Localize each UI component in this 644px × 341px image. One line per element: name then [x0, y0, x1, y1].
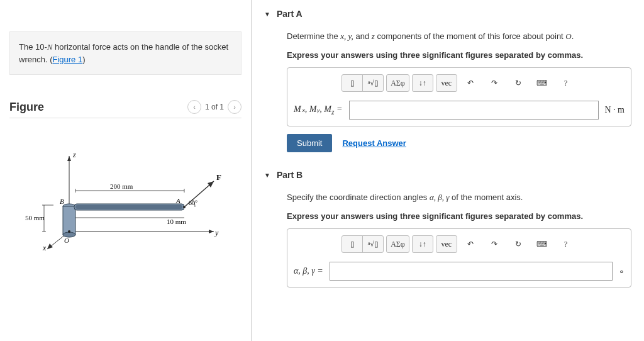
part-b-prompt: Specify the coordinate direction angles …: [287, 191, 631, 204]
templates-button[interactable]: ▯: [341, 235, 363, 253]
vec-button[interactable]: vec: [436, 74, 457, 92]
force-label: F: [216, 172, 221, 182]
reset-button[interactable]: ↻: [508, 74, 529, 92]
sqrt-button[interactable]: ⁿ√▯: [362, 235, 384, 253]
svg-marker-5: [47, 243, 53, 249]
greek-button[interactable]: ΑΣφ: [386, 235, 409, 253]
svg-marker-1: [67, 156, 71, 161]
figure-link[interactable]: Figure 1: [52, 55, 82, 64]
dim-200: 200 mm: [110, 182, 133, 190]
part-a-submit-row: Submit Request Answer: [287, 134, 631, 152]
part-a-answer-box: ▯ ⁿ√▯ ΑΣφ ↓↑ vec ↶ ↷ ↻ ⌨ ? Mₓ, Mᵧ, Mz = …: [287, 67, 631, 126]
figure-nav: ‹ 1 of 1 ›: [187, 100, 242, 114]
undo-button[interactable]: ↶: [460, 74, 481, 92]
figure-counter: 1 of 1: [205, 103, 224, 111]
part-a-answer-row: Mₓ, Mᵧ, Mz = N · m: [294, 101, 625, 120]
angle-label: 60°: [189, 199, 197, 206]
part-a-submit-button[interactable]: Submit: [287, 134, 332, 152]
part-a-title: Part A: [277, 9, 303, 19]
part-a-instructions: Express your answers using three signifi…: [287, 49, 631, 62]
greek-button[interactable]: ΑΣφ: [386, 74, 409, 92]
part-b-input[interactable]: [330, 262, 613, 281]
help-button[interactable]: ?: [555, 74, 577, 92]
part-a-header[interactable]: ▼ Part A: [264, 6, 631, 21]
part-b-title: Part B: [277, 170, 303, 180]
right-panel: ▼ Part A Determine the x, y, and z compo…: [252, 0, 644, 341]
origin-label: O: [64, 237, 69, 244]
part-a-toolbar: ▯ ⁿ√▯ ΑΣφ ↓↑ vec ↶ ↷ ↻ ⌨ ?: [294, 74, 625, 92]
redo-button[interactable]: ↷: [484, 235, 505, 253]
problem-statement: The 10-N horizontal force acts on the ha…: [9, 31, 242, 75]
vec-button[interactable]: vec: [436, 235, 457, 253]
sqrt-button[interactable]: ⁿ√▯: [362, 74, 384, 92]
axis-z-label: z: [72, 150, 76, 159]
reset-button[interactable]: ↻: [508, 235, 529, 253]
svg-rect-11: [75, 205, 182, 209]
figure-image: z y x O B A: [9, 131, 242, 263]
part-a-input[interactable]: [349, 101, 599, 120]
part-a-body: Determine the x, y, and z components of …: [264, 30, 631, 152]
point-b-label: B: [60, 198, 64, 205]
part-a-request-answer-link[interactable]: Request Answer: [342, 138, 406, 148]
svg-marker-14: [208, 181, 214, 187]
left-panel: The 10-N horizontal force acts on the ha…: [0, 0, 252, 341]
prev-figure-button[interactable]: ‹: [187, 100, 201, 114]
wrench-diagram: z y x O B A: [25, 143, 226, 250]
redo-button[interactable]: ↷: [484, 74, 505, 92]
keyboard-button[interactable]: ⌨: [531, 74, 553, 92]
problem-text: The 10-: [19, 42, 47, 52]
svg-point-9: [68, 230, 70, 233]
subscript-button[interactable]: ↓↑: [412, 74, 433, 92]
axis-x-label: x: [42, 243, 47, 250]
figure-heading: Figure: [9, 101, 44, 114]
part-b-var-label: α, β, γ =: [294, 266, 323, 276]
subscript-button[interactable]: ↓↑: [412, 235, 433, 253]
caret-down-icon: ▼: [264, 11, 270, 18]
part-a-unit: N · m: [605, 105, 625, 115]
part-b-answer-box: ▯ ⁿ√▯ ΑΣφ ↓↑ vec ↶ ↷ ↻ ⌨ ? α, β, γ = ∘: [287, 228, 631, 288]
part-a-var-label: Mₓ, Mᵧ, Mz =: [294, 104, 343, 116]
part-b-unit: ∘: [619, 266, 625, 277]
help-button[interactable]: ?: [555, 235, 577, 253]
undo-button[interactable]: ↶: [460, 235, 481, 253]
keyboard-button[interactable]: ⌨: [531, 235, 553, 253]
part-b-body: Specify the coordinate direction angles …: [264, 191, 631, 288]
part-b-instructions: Express your answers using three signifi…: [287, 210, 631, 223]
part-a-prompt: Determine the x, y, and z components of …: [287, 30, 631, 43]
svg-marker-3: [209, 230, 214, 233]
next-figure-button[interactable]: ›: [228, 100, 242, 114]
templates-button[interactable]: ▯: [341, 74, 363, 92]
axis-y-label: y: [214, 228, 219, 237]
dim-10: 10 mm: [167, 218, 186, 225]
problem-text3: ): [82, 55, 85, 64]
dim-50: 50 mm: [25, 214, 45, 221]
figure-header: Figure ‹ 1 of 1 ›: [9, 100, 242, 118]
part-b-answer-row: α, β, γ = ∘: [294, 262, 625, 281]
part-b-header[interactable]: ▼ Part B: [264, 167, 631, 182]
caret-down-icon: ▼: [264, 172, 270, 179]
part-b-toolbar: ▯ ⁿ√▯ ΑΣφ ↓↑ vec ↶ ↷ ↻ ⌨ ?: [294, 235, 625, 253]
point-a-label: A: [175, 197, 180, 204]
